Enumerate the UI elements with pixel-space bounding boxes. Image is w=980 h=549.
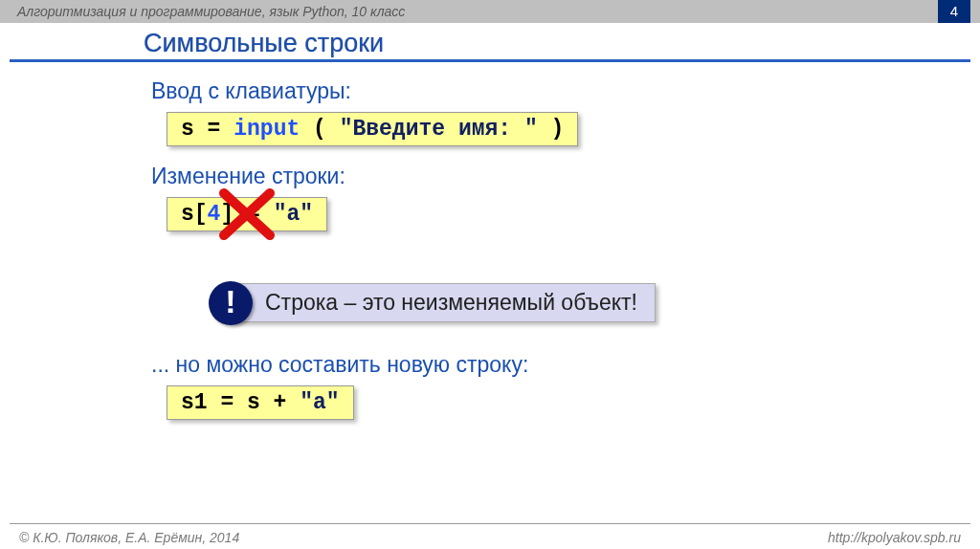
copyright-text: © К.Ю. Поляков, Е.А. Ерёмин, 2014 xyxy=(19,530,239,545)
section-heading-newstring: ... но можно составить новую строку: xyxy=(151,352,913,378)
note-text: Строка – это неизменяемый объект! xyxy=(265,290,637,315)
code-text: s = xyxy=(181,117,234,142)
code-function: input xyxy=(234,117,300,142)
code-text: ] = xyxy=(220,202,273,227)
note-box: Строка – это неизменяемый объект! xyxy=(232,283,656,322)
code-modify-wrap: s[4] = "а" xyxy=(167,197,327,245)
course-title: Алгоритмизация и программирование, язык … xyxy=(17,4,405,19)
footer-url: http://kpolyakov.spb.ru xyxy=(828,530,961,545)
slide: Алгоритмизация и программирование, язык … xyxy=(0,0,980,549)
title-underline xyxy=(10,59,970,62)
section-heading-input: Ввод с клавиатуры: xyxy=(151,78,913,104)
slide-title: Символьные строки xyxy=(144,29,384,58)
note-callout: Строка – это неизменяемый объект! ! xyxy=(209,281,913,327)
section-heading-modify: Изменение строки: xyxy=(151,164,913,189)
content-area: Ввод с клавиатуры: s = input ( "Введите … xyxy=(151,75,913,433)
code-text: ) xyxy=(538,117,565,142)
footer-divider xyxy=(10,523,970,524)
code-string: "Введите имя: " xyxy=(340,117,538,142)
code-text: s[ xyxy=(181,202,208,227)
code-modify: s[4] = "а" xyxy=(167,197,327,231)
code-string: "а" xyxy=(300,390,339,415)
code-text: ( xyxy=(300,117,339,142)
exclamation-icon: ! xyxy=(209,281,253,325)
page-number: 4 xyxy=(938,0,970,23)
code-concat: s1 = s + "а" xyxy=(167,385,354,420)
header-strip: Алгоритмизация и программирование, язык … xyxy=(0,0,980,23)
code-text: s1 = s + xyxy=(181,390,300,415)
code-string: "а" xyxy=(274,202,313,227)
code-index: 4 xyxy=(208,202,221,227)
code-input: s = input ( "Введите имя: " ) xyxy=(167,112,578,146)
footer: © К.Ю. Поляков, Е.А. Ерёмин, 2014 http:/… xyxy=(0,526,980,549)
